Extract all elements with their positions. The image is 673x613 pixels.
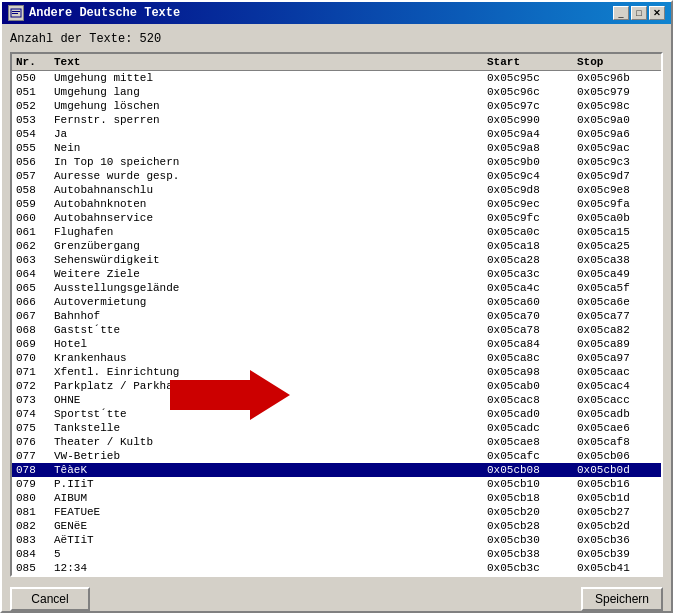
- table-row[interactable]: 074Sportst´tte0x05cad00x05cadb: [12, 407, 661, 421]
- cell-text: OHNE: [54, 394, 487, 406]
- app-icon: [8, 5, 24, 21]
- cell-start: 0x05c9a8: [487, 142, 577, 154]
- table-row[interactable]: 059Autobahnknoten0x05c9ec0x05c9fa: [12, 197, 661, 211]
- table-row[interactable]: 057Auresse wurde gesp.0x05c9c40x05c9d7: [12, 169, 661, 183]
- table-row[interactable]: 081FEATUeE0x05cb200x05cb27: [12, 505, 661, 519]
- cell-start: 0x05ca70: [487, 310, 577, 322]
- cell-nr: 054: [16, 128, 54, 140]
- cell-stop: 0x05ca82: [577, 324, 657, 336]
- list-header: Nr. Text Start Stop: [12, 54, 661, 71]
- table-row[interactable]: 08512:340x05cb3c0x05cb41: [12, 561, 661, 575]
- cell-text: Flughafen: [54, 226, 487, 238]
- table-row[interactable]: 064Weitere Ziele0x05ca3c0x05ca49: [12, 267, 661, 281]
- cell-stop: 0x05ca25: [577, 240, 657, 252]
- cell-start: 0x05c9ec: [487, 198, 577, 210]
- cell-start: 0x05cae8: [487, 436, 577, 448]
- cell-text: Autobahnservice: [54, 212, 487, 224]
- table-row[interactable]: 066Autovermietung0x05ca600x05ca6e: [12, 295, 661, 309]
- cell-start: 0x05ca98: [487, 366, 577, 378]
- cell-stop: 0x05ca97: [577, 352, 657, 364]
- cell-nr: 078: [16, 464, 54, 476]
- cell-text: Auresse wurde gesp.: [54, 170, 487, 182]
- table-row[interactable]: 050Umgehung mittel0x05c95c0x05c96b: [12, 71, 661, 85]
- cell-nr: 050: [16, 72, 54, 84]
- cancel-button[interactable]: Cancel: [10, 587, 90, 611]
- cell-nr: 052: [16, 100, 54, 112]
- cell-start: 0x05c97c: [487, 100, 577, 112]
- cell-text: Ausstellungsgelände: [54, 282, 487, 294]
- table-row[interactable]: 08450x05cb380x05cb39: [12, 547, 661, 561]
- minimize-button[interactable]: _: [613, 6, 629, 20]
- cell-nr: 077: [16, 450, 54, 462]
- cell-start: 0x05cb20: [487, 506, 577, 518]
- cell-start: 0x05cb08: [487, 464, 577, 476]
- cell-start: 0x05cb10: [487, 478, 577, 490]
- table-row[interactable]: 079P.IIiT0x05cb100x05cb16: [12, 477, 661, 491]
- table-row[interactable]: 053Fernstr. sperren0x05c9900x05c9a0: [12, 113, 661, 127]
- cell-nr: 066: [16, 296, 54, 308]
- save-button[interactable]: Speichern: [581, 587, 663, 611]
- table-row[interactable]: 058Autobahnanschlu0x05c9d80x05c9e8: [12, 183, 661, 197]
- cell-text: Parkplatz / Parkhaus: [54, 380, 487, 392]
- cell-nr: 059: [16, 198, 54, 210]
- table-row[interactable]: 070Krankenhaus0x05ca8c0x05ca97: [12, 351, 661, 365]
- table-row[interactable]: 076Theater / Kultb0x05cae80x05caf8: [12, 435, 661, 449]
- table-row[interactable]: 063Sehenswürdigkeit0x05ca280x05ca38: [12, 253, 661, 267]
- cell-nr: 071: [16, 366, 54, 378]
- cell-stop: 0x05ca89: [577, 338, 657, 350]
- table-row[interactable]: 067Bahnhof0x05ca700x05ca77: [12, 309, 661, 323]
- cell-start: 0x05cb30: [487, 534, 577, 546]
- cell-start: 0x05c990: [487, 114, 577, 126]
- cell-start: 0x05c9fc: [487, 212, 577, 224]
- table-row[interactable]: 068Gastst´tte0x05ca780x05ca82: [12, 323, 661, 337]
- cell-text: TêàeK: [54, 464, 487, 476]
- table-row[interactable]: 052Umgehung löschen0x05c97c0x05c98c: [12, 99, 661, 113]
- cell-nr: 082: [16, 520, 54, 532]
- cell-stop: 0x05ca77: [577, 310, 657, 322]
- table-row[interactable]: 055Nein0x05c9a80x05c9ac: [12, 141, 661, 155]
- cell-text: Weitere Ziele: [54, 268, 487, 280]
- table-row[interactable]: 071Xfentl. Einrichtung0x05ca980x05caac: [12, 365, 661, 379]
- table-row[interactable]: 054Ja0x05c9a40x05c9a6: [12, 127, 661, 141]
- cell-start: 0x05c95c: [487, 72, 577, 84]
- cell-nr: 085: [16, 562, 54, 574]
- cell-start: 0x05cac8: [487, 394, 577, 406]
- list-container: Nr. Text Start Stop 050Umgehung mittel0x…: [10, 52, 663, 577]
- window-title: Andere Deutsche Texte: [29, 6, 180, 20]
- cell-text: Bahnhof: [54, 310, 487, 322]
- cell-stop: 0x05cae6: [577, 422, 657, 434]
- table-row[interactable]: 073OHNE0x05cac80x05cacc: [12, 393, 661, 407]
- table-row[interactable]: 061Flughafen0x05ca0c0x05ca15: [12, 225, 661, 239]
- table-row[interactable]: 069Hotel0x05ca840x05ca89: [12, 337, 661, 351]
- maximize-button[interactable]: □: [631, 6, 647, 20]
- table-row[interactable]: 080AIBUM0x05cb180x05cb1d: [12, 491, 661, 505]
- cell-stop: 0x05ca38: [577, 254, 657, 266]
- list-body[interactable]: 050Umgehung mittel0x05c95c0x05c96b051Umg…: [12, 71, 661, 575]
- cell-nr: 068: [16, 324, 54, 336]
- table-row[interactable]: 060Autobahnservice0x05c9fc0x05ca0b: [12, 211, 661, 225]
- button-row: Cancel Speichern: [10, 583, 663, 613]
- table-row[interactable]: 078TêàeK0x05cb080x05cb0d: [12, 463, 661, 477]
- table-row[interactable]: 065Ausstellungsgelände0x05ca4c0x05ca5f: [12, 281, 661, 295]
- table-row[interactable]: 077VW-Betrieb0x05cafc0x05cb06: [12, 449, 661, 463]
- cell-start: 0x05cadc: [487, 422, 577, 434]
- cell-nr: 083: [16, 534, 54, 546]
- table-row[interactable]: 051Umgehung lang0x05c96c0x05c979: [12, 85, 661, 99]
- cell-stop: 0x05c979: [577, 86, 657, 98]
- cell-stop: 0x05c98c: [577, 100, 657, 112]
- close-button[interactable]: ✕: [649, 6, 665, 20]
- cell-stop: 0x05cb2d: [577, 520, 657, 532]
- table-row[interactable]: 083AëTIiT0x05cb300x05cb36: [12, 533, 661, 547]
- svg-rect-2: [12, 13, 18, 14]
- cell-stop: 0x05ca15: [577, 226, 657, 238]
- cell-text: Xfentl. Einrichtung: [54, 366, 487, 378]
- table-row[interactable]: 075Tankstelle0x05cadc0x05cae6: [12, 421, 661, 435]
- table-row[interactable]: 062Grenzübergang0x05ca180x05ca25: [12, 239, 661, 253]
- table-row[interactable]: 072Parkplatz / Parkhaus0x05cab00x05cac4: [12, 379, 661, 393]
- cell-stop: 0x05cb41: [577, 562, 657, 574]
- cell-stop: 0x05cac4: [577, 380, 657, 392]
- cell-nr: 056: [16, 156, 54, 168]
- table-row[interactable]: 056In Top 10 speichern0x05c9b00x05c9c3: [12, 155, 661, 169]
- table-row[interactable]: 082GENëE0x05cb280x05cb2d: [12, 519, 661, 533]
- cell-stop: 0x05c9e8: [577, 184, 657, 196]
